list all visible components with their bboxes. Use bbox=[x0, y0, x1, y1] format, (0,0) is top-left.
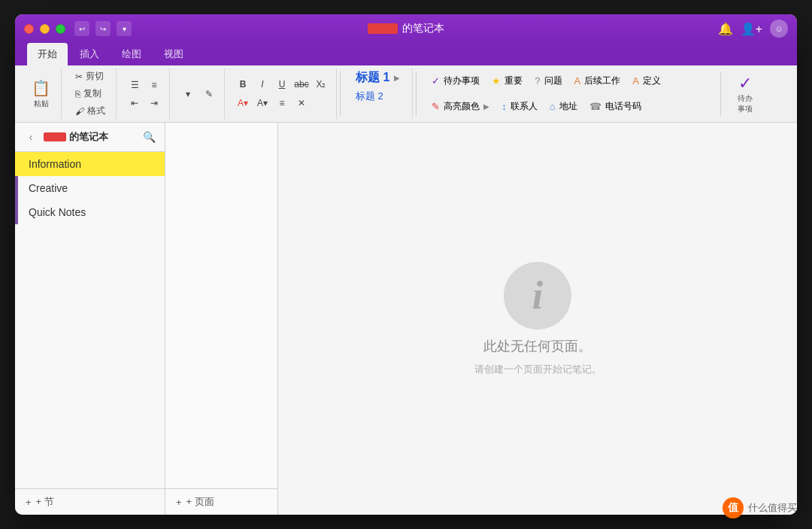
bold-button[interactable]: B bbox=[234, 76, 252, 93]
undo-button[interactable]: ↩ bbox=[74, 21, 89, 36]
star-icon: ★ bbox=[492, 75, 501, 87]
notebook-title-text: 的笔记本 bbox=[69, 130, 108, 144]
highlight-expand-icon: ▶ bbox=[483, 102, 489, 111]
title-bar: ↩ ↪ ▾ 的笔记本 🔔 👤+ ☺ bbox=[15, 14, 797, 43]
sidebar-back-button[interactable]: ‹ bbox=[23, 129, 39, 145]
sidebar: ‹ 的笔记本 🔍 Information Creative Quick Note… bbox=[15, 123, 165, 515]
subscript-button[interactable]: X₂ bbox=[312, 76, 330, 93]
strikethrough-button[interactable]: abc bbox=[292, 76, 311, 93]
sidebar-header: ‹ 的笔记本 🔍 bbox=[15, 123, 165, 152]
sidebar-item-creative[interactable]: Creative bbox=[15, 176, 165, 200]
sidebar-search-button[interactable]: 🔍 bbox=[141, 129, 157, 145]
cut-label: 剪切 bbox=[86, 70, 104, 83]
question-icon: ? bbox=[535, 75, 540, 87]
cut-button[interactable]: ✂ 剪切 bbox=[71, 68, 110, 84]
contact-tag-button[interactable]: ↕ 联系人 bbox=[495, 99, 544, 114]
question-label: 问题 bbox=[544, 74, 562, 87]
main-content: ‹ 的笔记本 🔍 Information Creative Quick Note… bbox=[15, 123, 797, 515]
scissors-icon: ✂ bbox=[75, 71, 83, 82]
address-label: 地址 bbox=[559, 100, 577, 113]
sidebar-sections: Information Creative Quick Notes bbox=[15, 152, 165, 488]
ribbon-group-clipboard: ✂ 剪切 ⎘ 复制 🖌 格式 bbox=[65, 68, 117, 119]
add-page-icon: + bbox=[176, 497, 182, 508]
heading1-button[interactable]: 标题 1 ▶ bbox=[350, 68, 406, 87]
format-label: 格式 bbox=[87, 105, 105, 117]
empty-state-icon: i bbox=[504, 262, 571, 330]
ribbon-group-todo: ✓ 待办事项 bbox=[724, 68, 766, 119]
tab-view[interactable]: 视图 bbox=[153, 43, 194, 65]
todo-big-button[interactable]: ✓ 待办事项 bbox=[730, 71, 760, 117]
quick-access-button[interactable]: ▾ bbox=[117, 21, 132, 36]
highlight-button[interactable]: A▾ bbox=[253, 95, 271, 111]
italic-button[interactable]: I bbox=[253, 76, 271, 93]
align-button[interactable]: ≡ bbox=[273, 95, 291, 111]
clipboard-btns: ✂ 剪切 ⎘ 复制 🖌 格式 bbox=[71, 68, 110, 119]
followup-tag-button[interactable]: A 后续工作 bbox=[568, 73, 627, 89]
redo-button[interactable]: ↪ bbox=[95, 21, 111, 36]
sidebar-item-information[interactable]: Information bbox=[15, 152, 165, 176]
section-creative-label: Creative bbox=[29, 182, 68, 194]
todo-tag-button[interactable]: ✓ 待办事项 bbox=[426, 73, 486, 89]
followup-label: 后续工作 bbox=[584, 74, 620, 87]
add-section-button[interactable]: + + 节 bbox=[15, 488, 165, 515]
avatar[interactable]: ☺ bbox=[770, 20, 788, 38]
minimize-button[interactable] bbox=[40, 24, 50, 34]
ribbon-group-headings: 标题 1 ▶ 标题 2 bbox=[344, 68, 413, 119]
maximize-button[interactable] bbox=[56, 24, 65, 34]
indent-decrease-button[interactable]: ⇤ bbox=[126, 95, 144, 111]
copy-button[interactable]: ⎘ 复制 bbox=[71, 86, 110, 102]
sidebar-item-quick-notes[interactable]: Quick Notes bbox=[15, 200, 165, 224]
paste-button[interactable]: 📋 粘贴 bbox=[27, 76, 55, 112]
heading2-button[interactable]: 标题 2 bbox=[350, 88, 389, 105]
question-tag-button[interactable]: ? 问题 bbox=[529, 73, 568, 89]
paste-icon: 📋 bbox=[32, 79, 50, 97]
todo-checkmark-icon: ✓ bbox=[738, 74, 752, 93]
define-tag-button[interactable]: A 定义 bbox=[626, 73, 667, 89]
style-dropdown[interactable]: ▾ bbox=[179, 86, 197, 102]
notebook-name-redact bbox=[44, 132, 66, 141]
highlight-tag-button[interactable]: ✎ 高亮颜色 ▶ bbox=[426, 99, 495, 114]
highlight-label: 高亮颜色 bbox=[444, 100, 480, 113]
phone-tag-button[interactable]: ☎ 电话号码 bbox=[583, 99, 647, 114]
title-bar-controls: ↩ ↪ ▾ bbox=[74, 21, 132, 36]
empty-subtitle: 请创建一个页面开始记笔记。 bbox=[474, 363, 601, 376]
title-redact bbox=[368, 23, 398, 34]
copy-label: 复制 bbox=[83, 87, 102, 100]
add-user-icon[interactable]: 👤+ bbox=[741, 22, 762, 36]
numbered-list-button[interactable]: ≡ bbox=[145, 77, 163, 93]
app-window: ↩ ↪ ▾ 的笔记本 🔔 👤+ ☺ 开始 插入 绘图 视图 📋 粘贴 bbox=[15, 14, 797, 515]
title-bar-right: 🔔 👤+ ☺ bbox=[718, 20, 788, 38]
define-icon: A bbox=[632, 75, 639, 87]
traffic-lights bbox=[24, 24, 65, 34]
tab-draw[interactable]: 绘图 bbox=[111, 43, 152, 65]
ribbon-tabs: 开始 插入 绘图 视图 bbox=[15, 43, 797, 65]
clear-format-button[interactable]: ✕ bbox=[292, 95, 311, 111]
tab-start[interactable]: 开始 bbox=[27, 43, 68, 65]
copy-icon: ⎘ bbox=[75, 89, 80, 99]
important-tag-button[interactable]: ★ 重要 bbox=[486, 73, 529, 89]
ribbon: 📋 粘贴 ✂ 剪切 ⎘ 复制 🖌 bbox=[15, 65, 797, 123]
bullet-list-button[interactable]: ☰ bbox=[126, 77, 144, 93]
todo-tag-label: 待办事项 bbox=[444, 74, 480, 87]
watermark-icon: 值 bbox=[723, 497, 744, 518]
underline-button[interactable]: U bbox=[273, 76, 291, 93]
todo-tag-icon: ✓ bbox=[432, 75, 440, 87]
format-button[interactable]: 🖌 格式 bbox=[71, 103, 110, 119]
add-page-label: + 页面 bbox=[186, 495, 214, 509]
tab-insert[interactable]: 插入 bbox=[69, 43, 110, 65]
notification-icon[interactable]: 🔔 bbox=[718, 22, 733, 36]
define-label: 定义 bbox=[643, 74, 661, 87]
add-page-button[interactable]: + + 页面 bbox=[165, 488, 277, 515]
indent-increase-button[interactable]: ⇥ bbox=[145, 95, 163, 111]
phone-label: 电话号码 bbox=[605, 100, 641, 113]
script-button[interactable]: ✎ bbox=[200, 86, 218, 102]
close-button[interactable] bbox=[24, 24, 34, 34]
heading1-label: 标题 1 bbox=[356, 70, 389, 86]
ribbon-group-tags: ✓ 待办事项 ★ 重要 ? 问题 A 后续工作 A 定义 bbox=[420, 68, 717, 119]
empty-title: 此处无任何页面。 bbox=[483, 337, 592, 355]
highlight-icon: ✎ bbox=[432, 101, 440, 112]
empty-icon-letter: i bbox=[532, 273, 543, 318]
address-tag-button[interactable]: ⌂ 地址 bbox=[544, 99, 583, 114]
font-color-button[interactable]: A▾ bbox=[234, 95, 252, 111]
ribbon-group-lists: ☰ ≡ ⇤ ⇥ bbox=[120, 68, 170, 119]
